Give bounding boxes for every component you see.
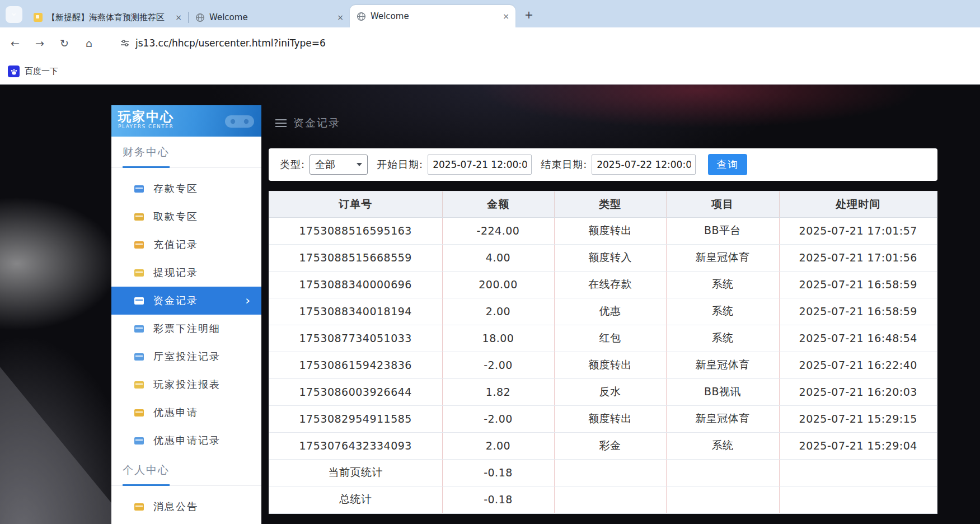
table-cell: 红包 — [554, 325, 666, 352]
close-icon[interactable]: × — [335, 12, 345, 22]
sidebar-item-bell[interactable]: 消息公告 — [111, 493, 261, 521]
new-tab-button[interactable]: + — [521, 7, 537, 22]
column-header: 类型 — [554, 191, 666, 217]
type-select-value: 全部 — [315, 158, 335, 171]
globe-icon — [357, 12, 366, 21]
sidebar-item-label: 资金记录 — [153, 294, 236, 307]
funds-table: 订单号 金额 类型 项目 处理时间 1753088516595163-224.0… — [269, 191, 937, 514]
sidebar-item-hall-bets[interactable]: 厅室投注记录 — [111, 343, 261, 371]
table-row: 17530764323340932.00彩金系统2025-07-21 15:29… — [269, 432, 937, 459]
filter-bar: 类型: 全部 开始日期: 结束日期: 查询 — [269, 148, 937, 181]
bookmarks-bar: 百度一下 — [0, 59, 980, 85]
tab-actions-button[interactable]: › — [6, 6, 22, 23]
bookmark-item[interactable]: 百度一下 — [25, 66, 58, 77]
end-date-input[interactable] — [592, 155, 696, 175]
summary-row: 总统计-0.18 — [269, 486, 937, 513]
table-row: 1753088516595163-224.00额度转出BB平台2025-07-2… — [269, 217, 937, 244]
tab-2[interactable]: Welcome × — [189, 7, 350, 27]
sidebar-item-player-report[interactable]: 玩家投注报表 — [111, 371, 261, 399]
sidebar-item-withdrawal-record[interactable]: 提现记录 — [111, 259, 261, 287]
close-icon[interactable]: × — [501, 11, 511, 21]
table-cell: -2.00 — [442, 405, 554, 432]
table-cell: 优惠 — [554, 298, 666, 325]
promo-apply-icon — [134, 409, 144, 417]
search-button[interactable]: 查询 — [708, 154, 747, 175]
table-cell: 1.82 — [442, 378, 554, 405]
table-cell — [779, 486, 937, 513]
start-date-input[interactable] — [428, 155, 532, 175]
chevron-down-icon: › — [10, 13, 18, 16]
sidebar-section-finance: 财务中心 — [111, 137, 261, 168]
url-text: js13.cc/hhcp/usercenter.html?iniType=6 — [135, 38, 326, 49]
sidebar-item-label: 存款专区 — [153, 182, 251, 195]
sidebar-item-lottery-bets[interactable]: 彩票下注明细 — [111, 315, 261, 343]
page-background: 玩家中心 PLAYERS CENTER 财务中心 存款专区取款专区充值记录提现记… — [0, 85, 980, 524]
table-cell: -0.18 — [442, 486, 554, 513]
deposit-card-icon — [134, 185, 144, 193]
tab-1[interactable]: 【新提醒】海燕体育预测推荐区 × — [27, 7, 188, 27]
player-report-icon — [134, 381, 144, 389]
bell-icon — [134, 503, 144, 511]
table-cell: 系统 — [666, 271, 779, 298]
table-cell: -2.00 — [442, 352, 554, 378]
address-bar: ← → ↻ ⌂ js13.cc/hhcp/usercenter.html?ini… — [0, 27, 980, 59]
table-cell: 2.00 — [442, 432, 554, 459]
sidebar-section-personal: 个人中心 — [111, 455, 261, 486]
reload-button[interactable]: ↻ — [55, 34, 74, 53]
withdraw-cash-icon — [134, 213, 144, 221]
back-button[interactable]: ← — [6, 34, 25, 53]
personal-menu: 消息公告 — [111, 486, 261, 521]
type-select[interactable]: 全部 — [310, 155, 368, 175]
table-cell: 新皇冠体育 — [666, 405, 779, 432]
hall-bets-icon — [134, 353, 144, 361]
table-cell: 额度转出 — [554, 405, 666, 432]
funds-record-icon — [134, 297, 144, 305]
withdrawal-record-icon — [134, 269, 144, 277]
sidebar-item-label: 消息公告 — [153, 500, 251, 513]
table-cell: 当前页统计 — [269, 459, 442, 486]
table-cell: 1753082954911585 — [269, 405, 442, 432]
close-icon[interactable]: × — [174, 12, 184, 22]
table-cell: 系统 — [666, 325, 779, 352]
table-cell: 彩金 — [554, 432, 666, 459]
column-header: 金额 — [442, 191, 554, 217]
forward-button[interactable]: → — [30, 34, 49, 53]
breadcrumb: 资金记录 — [275, 116, 340, 130]
table-cell: 2025-07-21 16:58:59 — [779, 298, 937, 325]
table-row: 1753088340000696200.00在线存款系统2025-07-21 1… — [269, 271, 937, 298]
table-row: 1753082954911585-2.00额度转出新皇冠体育2025-07-21… — [269, 405, 937, 432]
table-row: 175308773405103318.00红包系统2025-07-21 16:4… — [269, 325, 937, 352]
table-cell: 额度转入 — [554, 244, 666, 271]
table-cell: BB平台 — [666, 217, 779, 244]
sidebar-item-promo-record[interactable]: 优惠申请记录 — [111, 427, 261, 455]
tab-3-active[interactable]: Welcome × — [350, 5, 515, 27]
sidebar-item-withdraw-cash[interactable]: 取款专区 — [111, 203, 261, 231]
globe-icon — [195, 13, 205, 22]
table-cell — [666, 459, 779, 486]
table-cell: 4.00 — [442, 244, 554, 271]
url-field[interactable]: js13.cc/hhcp/usercenter.html?iniType=6 — [111, 32, 458, 54]
sidebar-item-label: 充值记录 — [153, 238, 251, 251]
sidebar-item-promo-apply[interactable]: 优惠申请 — [111, 399, 261, 427]
table-cell: 1753088515668559 — [269, 244, 442, 271]
table-cell: 2025-07-21 15:29:04 — [779, 432, 937, 459]
column-header: 项目 — [666, 191, 779, 217]
table-cell: 2.00 — [442, 298, 554, 325]
sidebar-item-deposit-card[interactable]: 存款专区 — [111, 175, 261, 203]
summary-row: 当前页统计-0.18 — [269, 459, 937, 486]
table-cell — [554, 459, 666, 486]
table-cell: 系统 — [666, 432, 779, 459]
hamburger-icon[interactable] — [275, 123, 287, 124]
type-label: 类型: — [280, 158, 305, 171]
table-cell: 2025-07-21 17:01:56 — [779, 244, 937, 271]
table-cell: 2025-07-21 16:22:40 — [779, 352, 937, 378]
sidebar-item-label: 彩票下注明细 — [153, 322, 251, 335]
sidebar-item-funds-record[interactable]: 资金记录› — [111, 287, 261, 315]
home-button[interactable]: ⌂ — [79, 34, 99, 53]
site-info-icon[interactable] — [120, 38, 130, 48]
table-cell: 1753086003926644 — [269, 378, 442, 405]
table-cell: 1753087734051033 — [269, 325, 442, 352]
table-cell: 200.00 — [442, 271, 554, 298]
table-cell: 总统计 — [269, 486, 442, 513]
sidebar-item-recharge-record[interactable]: 充值记录 — [111, 231, 261, 259]
